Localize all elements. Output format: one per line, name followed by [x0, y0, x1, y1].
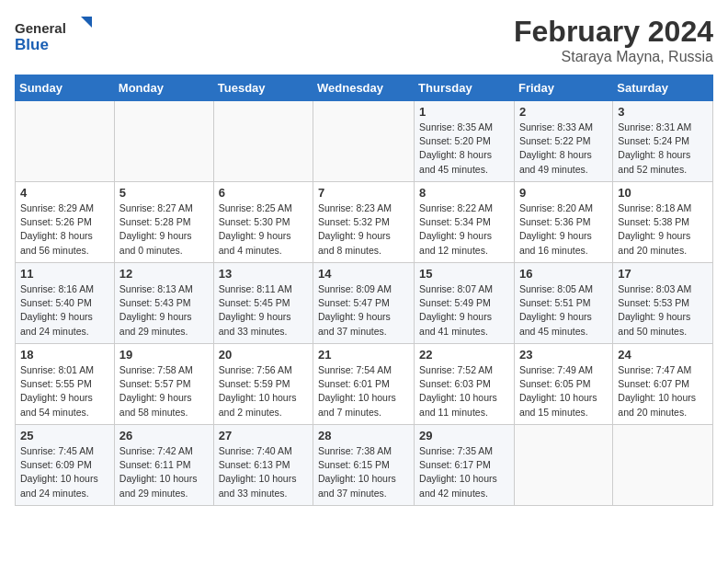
day-info: Sunrise: 7:49 AM Sunset: 6:05 PM Dayligh…	[519, 363, 608, 419]
calendar-cell	[16, 101, 115, 182]
calendar-cell: 29Sunrise: 7:35 AM Sunset: 6:17 PM Dayli…	[415, 425, 515, 506]
calendar-cell	[313, 101, 415, 182]
day-number: 13	[219, 267, 308, 281]
day-info: Sunrise: 8:11 AM Sunset: 5:45 PM Dayligh…	[219, 282, 308, 339]
day-info: Sunrise: 8:35 AM Sunset: 5:20 PM Dayligh…	[419, 121, 509, 177]
calendar-cell	[114, 101, 213, 182]
calendar-cell: 5Sunrise: 8:27 AM Sunset: 5:28 PM Daylig…	[114, 182, 213, 263]
svg-text:General: General	[15, 20, 66, 36]
day-info: Sunrise: 8:20 AM Sunset: 5:36 PM Dayligh…	[519, 201, 608, 258]
day-number: 10	[618, 186, 708, 200]
calendar-cell: 15Sunrise: 8:07 AM Sunset: 5:49 PM Dayli…	[415, 263, 515, 344]
calendar-cell: 22Sunrise: 7:52 AM Sunset: 6:03 PM Dayli…	[415, 344, 515, 425]
day-number: 1	[419, 105, 509, 119]
day-info: Sunrise: 8:31 AM Sunset: 5:24 PM Dayligh…	[618, 121, 708, 177]
location-subtitle: Staraya Mayna, Russia	[514, 49, 713, 65]
day-number: 14	[318, 267, 409, 281]
day-number: 27	[219, 429, 308, 442]
day-info: Sunrise: 8:07 AM Sunset: 5:49 PM Dayligh…	[419, 282, 509, 339]
day-info: Sunrise: 8:18 AM Sunset: 5:38 PM Dayligh…	[618, 201, 708, 258]
day-number: 8	[419, 186, 509, 200]
day-number: 11	[20, 267, 109, 281]
logo-svg: General Blue	[15, 15, 97, 55]
calendar-cell: 20Sunrise: 7:56 AM Sunset: 5:59 PM Dayli…	[213, 344, 313, 425]
calendar-cell: 16Sunrise: 8:05 AM Sunset: 5:51 PM Dayli…	[514, 263, 612, 344]
calendar-cell: 25Sunrise: 7:45 AM Sunset: 6:09 PM Dayli…	[16, 425, 115, 506]
calendar-cell: 1Sunrise: 8:35 AM Sunset: 5:20 PM Daylig…	[415, 101, 515, 182]
day-info: Sunrise: 8:13 AM Sunset: 5:43 PM Dayligh…	[119, 282, 209, 339]
day-info: Sunrise: 8:29 AM Sunset: 5:26 PM Dayligh…	[20, 201, 109, 258]
header: General Blue February 2024 Staraya Mayna…	[15, 15, 713, 65]
day-info: Sunrise: 7:54 AM Sunset: 6:01 PM Dayligh…	[318, 363, 409, 419]
calendar-cell: 8Sunrise: 8:22 AM Sunset: 5:34 PM Daylig…	[415, 182, 515, 263]
svg-marker-2	[81, 17, 92, 28]
day-number: 23	[519, 348, 608, 362]
day-number: 3	[618, 105, 708, 119]
day-number: 9	[519, 186, 608, 200]
day-number: 22	[419, 348, 509, 362]
day-of-week-header: Wednesday	[313, 75, 415, 101]
day-number: 24	[618, 348, 708, 362]
day-number: 4	[20, 186, 109, 200]
day-number: 26	[119, 429, 209, 442]
calendar-cell	[613, 425, 713, 506]
calendar-cell: 19Sunrise: 7:58 AM Sunset: 5:57 PM Dayli…	[114, 344, 213, 425]
calendar-cell: 12Sunrise: 8:13 AM Sunset: 5:43 PM Dayli…	[114, 263, 213, 344]
day-info: Sunrise: 8:23 AM Sunset: 5:32 PM Dayligh…	[318, 201, 409, 258]
day-number: 6	[219, 186, 308, 200]
day-info: Sunrise: 7:52 AM Sunset: 6:03 PM Dayligh…	[419, 363, 509, 419]
day-info: Sunrise: 8:27 AM Sunset: 5:28 PM Dayligh…	[119, 201, 209, 258]
title-area: February 2024 Staraya Mayna, Russia	[514, 15, 713, 65]
calendar-cell: 27Sunrise: 7:40 AM Sunset: 6:13 PM Dayli…	[213, 425, 313, 506]
calendar-cell: 23Sunrise: 7:49 AM Sunset: 6:05 PM Dayli…	[514, 344, 612, 425]
day-number: 19	[119, 348, 209, 362]
day-info: Sunrise: 7:40 AM Sunset: 6:13 PM Dayligh…	[219, 444, 308, 500]
calendar-cell	[213, 101, 313, 182]
day-of-week-header: Thursday	[415, 75, 515, 101]
day-number: 20	[219, 348, 308, 362]
day-info: Sunrise: 8:16 AM Sunset: 5:40 PM Dayligh…	[20, 282, 109, 339]
day-of-week-header: Sunday	[16, 75, 115, 101]
day-number: 2	[519, 105, 608, 119]
day-info: Sunrise: 8:33 AM Sunset: 5:22 PM Dayligh…	[519, 121, 608, 177]
calendar-cell: 6Sunrise: 8:25 AM Sunset: 5:30 PM Daylig…	[213, 182, 313, 263]
calendar-cell: 14Sunrise: 8:09 AM Sunset: 5:47 PM Dayli…	[313, 263, 415, 344]
day-number: 21	[318, 348, 409, 362]
day-info: Sunrise: 7:45 AM Sunset: 6:09 PM Dayligh…	[20, 444, 109, 500]
calendar-table: SundayMondayTuesdayWednesdayThursdayFrid…	[15, 75, 713, 506]
day-info: Sunrise: 8:09 AM Sunset: 5:47 PM Dayligh…	[318, 282, 409, 339]
day-of-week-header: Saturday	[613, 75, 713, 101]
svg-text:Blue: Blue	[15, 36, 49, 53]
day-number: 25	[20, 429, 109, 442]
calendar-cell	[514, 425, 612, 506]
calendar-cell: 2Sunrise: 8:33 AM Sunset: 5:22 PM Daylig…	[514, 101, 612, 182]
day-of-week-header: Friday	[514, 75, 612, 101]
day-number: 15	[419, 267, 509, 281]
calendar-cell: 11Sunrise: 8:16 AM Sunset: 5:40 PM Dayli…	[16, 263, 115, 344]
calendar-cell: 13Sunrise: 8:11 AM Sunset: 5:45 PM Dayli…	[213, 263, 313, 344]
month-year-title: February 2024	[514, 15, 713, 49]
calendar-cell: 3Sunrise: 8:31 AM Sunset: 5:24 PM Daylig…	[613, 101, 713, 182]
day-number: 12	[119, 267, 209, 281]
day-number: 18	[20, 348, 109, 362]
day-info: Sunrise: 7:58 AM Sunset: 5:57 PM Dayligh…	[119, 363, 209, 419]
calendar-cell: 9Sunrise: 8:20 AM Sunset: 5:36 PM Daylig…	[514, 182, 612, 263]
calendar-cell: 7Sunrise: 8:23 AM Sunset: 5:32 PM Daylig…	[313, 182, 415, 263]
calendar-cell: 21Sunrise: 7:54 AM Sunset: 6:01 PM Dayli…	[313, 344, 415, 425]
day-info: Sunrise: 7:47 AM Sunset: 6:07 PM Dayligh…	[618, 363, 708, 419]
day-of-week-header: Tuesday	[213, 75, 313, 101]
day-info: Sunrise: 8:05 AM Sunset: 5:51 PM Dayligh…	[519, 282, 608, 339]
day-number: 16	[519, 267, 608, 281]
day-info: Sunrise: 8:01 AM Sunset: 5:55 PM Dayligh…	[20, 363, 109, 419]
day-info: Sunrise: 8:25 AM Sunset: 5:30 PM Dayligh…	[219, 201, 308, 258]
day-number: 17	[618, 267, 708, 281]
day-info: Sunrise: 7:56 AM Sunset: 5:59 PM Dayligh…	[219, 363, 308, 419]
calendar-cell: 17Sunrise: 8:03 AM Sunset: 5:53 PM Dayli…	[613, 263, 713, 344]
calendar-cell: 24Sunrise: 7:47 AM Sunset: 6:07 PM Dayli…	[613, 344, 713, 425]
calendar-cell: 26Sunrise: 7:42 AM Sunset: 6:11 PM Dayli…	[114, 425, 213, 506]
calendar-cell: 10Sunrise: 8:18 AM Sunset: 5:38 PM Dayli…	[613, 182, 713, 263]
day-number: 28	[318, 429, 409, 442]
calendar-cell: 4Sunrise: 8:29 AM Sunset: 5:26 PM Daylig…	[16, 182, 115, 263]
day-of-week-header: Monday	[114, 75, 213, 101]
calendar-cell: 28Sunrise: 7:38 AM Sunset: 6:15 PM Dayli…	[313, 425, 415, 506]
